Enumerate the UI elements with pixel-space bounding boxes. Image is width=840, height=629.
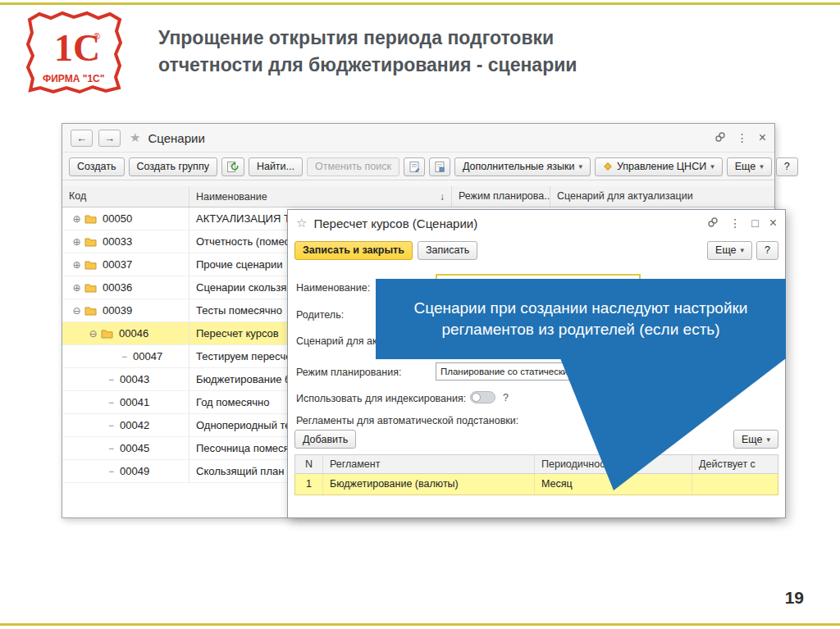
logo-reg-mark: ®: [94, 31, 100, 41]
row-code: 00036: [103, 281, 132, 294]
window-titlebar: ← → ★ Сценарии ⋮ ×: [62, 124, 774, 153]
leaf-dash-icon: −: [105, 420, 117, 431]
chevron-down-icon: ▾: [741, 246, 745, 254]
update-list-icon-button[interactable]: [221, 157, 244, 176]
column-header-mode[interactable]: Режим планирова...: [452, 186, 550, 207]
row-regulation: Бюджетирование (валюты): [323, 474, 535, 495]
grid-more-button[interactable]: Еще▾: [733, 430, 778, 449]
link-icon[interactable]: [714, 131, 726, 145]
column-header-valid-from[interactable]: Действует с: [692, 455, 778, 473]
help-button[interactable]: ?: [776, 157, 798, 176]
favorite-star-icon[interactable]: ★: [130, 130, 140, 145]
indexing-label: Использовать для индексирования:: [296, 393, 466, 404]
chevron-down-icon: ▾: [760, 162, 764, 171]
window-title: Сценарии: [148, 131, 204, 145]
column-header-scenario[interactable]: Сценарий для актуализации: [550, 186, 774, 207]
expand-icon[interactable]: ⊕: [71, 213, 83, 225]
additional-languages-button[interactable]: Дополнительные языки▾: [454, 157, 591, 176]
menu-kebab-icon[interactable]: ⋮: [729, 217, 741, 230]
folder-icon: [101, 329, 113, 339]
column-header-name[interactable]: Наименование ↓: [189, 186, 452, 207]
row-code: 00047: [133, 350, 162, 362]
dialog-command-bar: Записать и закрыть Записать Еще▾ ?: [288, 238, 785, 262]
folder-icon: [84, 260, 97, 270]
help-button[interactable]: ?: [756, 241, 778, 260]
folder-icon: [84, 283, 97, 293]
top-accent-line: [0, 2, 840, 5]
form-settings-icon: [409, 161, 420, 173]
menu-kebab-icon[interactable]: ⋮: [737, 131, 748, 144]
link-icon[interactable]: [707, 217, 719, 230]
expand-icon[interactable]: ⊕: [71, 259, 83, 271]
chevron-down-icon: ▾: [710, 162, 714, 171]
slide: 1С ® ФИРМА "1С" Упрощение открытия перио…: [0, 0, 840, 629]
more-button[interactable]: Еще▾: [727, 157, 772, 176]
indexing-help-icon[interactable]: ?: [503, 392, 509, 403]
planning-mode-label: Режим планирования:: [296, 367, 401, 378]
folder-icon: [84, 306, 97, 316]
leaf-dash-icon: −: [105, 443, 117, 454]
cnsi-icon: [603, 162, 613, 171]
sort-desc-icon: ↓: [440, 191, 445, 203]
dialog-titlebar: ☆ Пересчет курсов (Сценарии) ⋮ □ ×: [288, 210, 785, 236]
name-field-label: Наименование:: [296, 282, 370, 294]
leaf-dash-icon: −: [105, 374, 117, 385]
row-code: 00037: [103, 258, 132, 271]
folder-icon: [84, 237, 97, 247]
column-header-periodicity[interactable]: Периодичность: [535, 455, 692, 473]
row-code: 00045: [120, 442, 149, 454]
chevron-down-icon: ▾: [578, 162, 582, 171]
regulations-table: N Регламент Периодичность Действует с 1 …: [294, 454, 778, 495]
logo-1c: 1С ® ФИРМА "1С": [23, 10, 125, 95]
recalc-dialog: ☆ Пересчет курсов (Сценарии) ⋮ □ × Запис…: [287, 209, 786, 518]
update-list-icon: [226, 161, 240, 173]
find-button[interactable]: Найти...: [249, 157, 303, 176]
callout-note: Сценарии при создании наследуют настройк…: [376, 279, 786, 359]
indexing-toggle[interactable]: [470, 391, 495, 403]
leaf-dash-icon: −: [118, 351, 130, 362]
create-button[interactable]: Создать: [69, 157, 125, 176]
column-header-regulation[interactable]: Регламент: [323, 455, 535, 473]
slide-title-line2: отчетности для бюджетирования - сценарии: [158, 52, 765, 79]
callout-text: Сценарии при создании наследуют настройк…: [400, 298, 761, 340]
leaf-dash-icon: −: [105, 466, 117, 477]
favorite-star-outline-icon[interactable]: ☆: [296, 216, 307, 230]
add-button[interactable]: Добавить: [294, 430, 356, 449]
save-and-close-button[interactable]: Записать и закрыть: [294, 241, 413, 260]
list-settings-icon-button[interactable]: [429, 157, 450, 176]
expand-icon[interactable]: ⊕: [71, 236, 83, 248]
dialog-title: Пересчет курсов (Сценарии): [313, 217, 477, 230]
window-toolbar: Создать Создать группу Найти... Отменить…: [62, 153, 774, 180]
row-code: 00046: [119, 327, 148, 340]
row-code: 00033: [103, 235, 132, 248]
row-code: 00049: [120, 465, 149, 477]
cnsi-management-button[interactable]: Управление ЦНСИ▾: [595, 157, 723, 176]
more-button[interactable]: Еще▾: [707, 241, 752, 260]
create-group-button[interactable]: Создать группу: [129, 157, 217, 176]
forward-button[interactable]: →: [98, 130, 121, 147]
row-valid-from: [692, 474, 778, 495]
expand-icon[interactable]: ⊕: [71, 282, 83, 294]
chevron-down-icon: ▾: [766, 435, 770, 444]
form-settings-icon-button[interactable]: [404, 157, 425, 176]
regulations-table-header: N Регламент Периодичность Действует с: [294, 454, 778, 474]
planning-mode-select[interactable]: Планирование со статическим горизонтом ▾: [436, 362, 614, 381]
maximize-icon[interactable]: □: [751, 217, 758, 230]
column-header-n[interactable]: N: [295, 455, 323, 473]
column-header-code[interactable]: Код: [62, 186, 189, 207]
leaf-dash-icon: −: [105, 397, 117, 408]
collapse-icon[interactable]: ⊖: [71, 305, 83, 317]
page-number: 19: [785, 588, 804, 608]
cancel-search-button[interactable]: Отменить поиск: [307, 157, 399, 176]
close-icon[interactable]: ×: [769, 216, 777, 230]
close-icon[interactable]: ×: [759, 130, 766, 145]
row-code: 00041: [120, 396, 149, 408]
back-button[interactable]: ←: [71, 130, 93, 147]
row-code: 00050: [103, 212, 132, 225]
save-button[interactable]: Записать: [418, 241, 477, 260]
row-code: 00039: [103, 304, 132, 317]
regulation-row-selected[interactable]: 1 Бюджетирование (валюты) Месяц: [294, 474, 778, 495]
bottom-accent-line: [0, 623, 840, 626]
slide-title-line1: Упрощение открытия периода подготовки: [158, 25, 765, 52]
collapse-icon[interactable]: ⊖: [87, 328, 99, 340]
